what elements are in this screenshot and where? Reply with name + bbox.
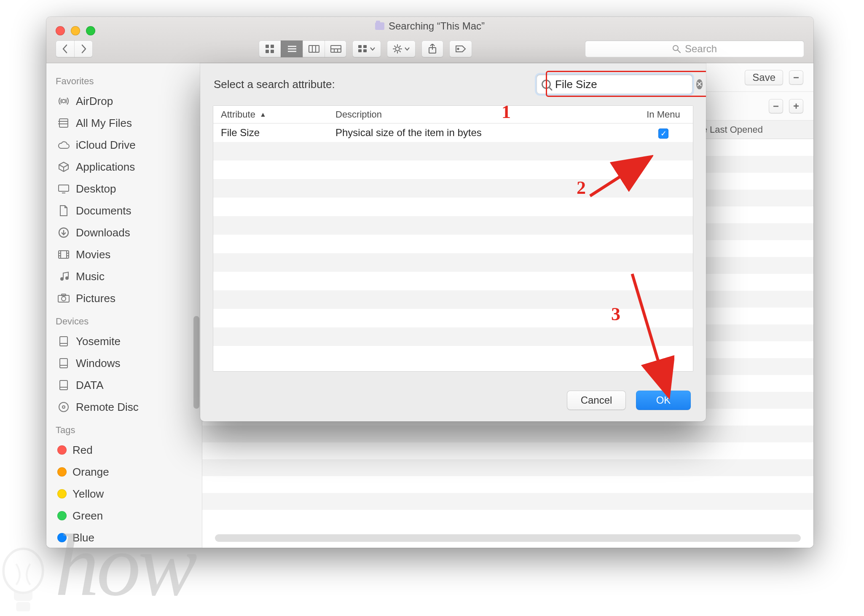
table-row [213, 142, 693, 161]
table-row[interactable]: File Size Physical size of the item in b… [213, 123, 693, 142]
close-icon[interactable] [56, 26, 65, 35]
sidebar: Favorites AirDrop All My Files iCloud Dr… [46, 63, 202, 548]
table-row [213, 309, 693, 327]
tags-button[interactable] [449, 40, 472, 57]
svg-line-30 [678, 50, 680, 53]
svg-rect-39 [59, 251, 69, 258]
sidebar-item-applications[interactable]: Applications [55, 156, 196, 178]
view-columns-button[interactable] [303, 40, 325, 57]
view-coverflow-button[interactable] [325, 40, 346, 57]
sidebar-item-desktop[interactable]: Desktop [55, 178, 196, 200]
sidebar-item-label: Red [72, 444, 93, 457]
svg-line-24 [400, 51, 400, 52]
sidebar-item-airdrop[interactable]: AirDrop [55, 90, 196, 112]
svg-rect-17 [363, 49, 367, 52]
sidebar-tag-orange[interactable]: Orange [55, 461, 196, 483]
col-date-last-opened[interactable]: e Last Opened [702, 124, 763, 135]
zoom-icon[interactable] [86, 26, 95, 35]
svg-rect-2 [266, 50, 269, 53]
sort-asc-icon: ▲ [260, 111, 266, 118]
toolbar-search-placeholder: Search [685, 43, 717, 55]
sidebar-item-label: Pictures [76, 292, 115, 305]
col-description[interactable]: Description [331, 109, 634, 120]
save-button[interactable]: Save [745, 70, 783, 85]
drive-icon [57, 335, 70, 348]
horizontal-scrollbar[interactable] [215, 534, 801, 542]
attribute-table: Attribute ▲ Description In Menu File Siz… [213, 105, 693, 372]
forward-button[interactable] [74, 40, 93, 57]
sidebar-item-label: Documents [76, 204, 131, 217]
sidebar-item-downloads[interactable]: Downloads [55, 222, 196, 244]
view-icons-button[interactable] [259, 40, 281, 57]
sidebar-item-music[interactable]: Music [55, 265, 196, 287]
folder-icon [375, 22, 384, 30]
table-row [213, 346, 693, 364]
svg-rect-1 [271, 45, 274, 48]
table-row [213, 216, 693, 235]
cancel-button[interactable]: Cancel [567, 391, 626, 410]
sidebar-item-yosemite[interactable]: Yosemite [55, 330, 196, 352]
sheet-header: Select a search attribute: ✕ [200, 63, 706, 105]
svg-point-55 [59, 402, 68, 412]
sheet-search[interactable]: ✕ [537, 75, 692, 94]
svg-rect-14 [358, 45, 362, 48]
sidebar-item-label: DATA [76, 379, 103, 392]
svg-point-47 [62, 297, 66, 301]
ok-button[interactable]: OK [636, 391, 691, 410]
save-label: Save [752, 72, 775, 83]
sidebar-tag-yellow[interactable]: Yellow [55, 483, 196, 505]
add-rule-button[interactable]: + [789, 99, 803, 113]
svg-rect-16 [358, 49, 362, 52]
checkbox-checked-icon[interactable]: ✓ [658, 129, 668, 139]
share-button[interactable] [421, 40, 443, 57]
applications-icon [57, 161, 70, 173]
downloads-icon [57, 226, 70, 239]
sidebar-tag-blue[interactable]: Blue [55, 527, 196, 548]
action-button[interactable] [387, 40, 416, 57]
sidebar-item-pictures[interactable]: Pictures [55, 287, 196, 309]
minimize-icon[interactable] [71, 26, 80, 35]
remove-rule-button[interactable]: − [769, 99, 783, 113]
sidebar-item-remotedisc[interactable]: Remote Disc [55, 396, 196, 418]
svg-rect-0 [266, 45, 269, 48]
sidebar-item-label: Yosemite [76, 335, 121, 348]
sidebar-scrollbar[interactable] [193, 316, 199, 409]
sidebar-item-label: Music [76, 270, 105, 283]
back-button[interactable] [56, 40, 74, 57]
sidebar-item-movies[interactable]: Movies [55, 244, 196, 265]
cell-attribute: File Size [213, 127, 331, 139]
sidebar-item-documents[interactable]: Documents [55, 200, 196, 222]
disc-icon [57, 401, 70, 413]
drive-icon [57, 379, 70, 391]
sidebar-item-windows[interactable]: Windows [55, 352, 196, 374]
sidebar-item-data[interactable]: DATA [55, 374, 196, 396]
sheet-search-input[interactable] [555, 78, 692, 91]
svg-point-28 [457, 48, 459, 49]
svg-rect-36 [59, 185, 69, 191]
sidebar-item-label: AirDrop [76, 95, 113, 108]
table-row [213, 253, 693, 272]
svg-line-25 [394, 51, 395, 52]
remove-rule-button[interactable]: − [789, 70, 803, 85]
svg-line-23 [394, 46, 395, 47]
attribute-sheet: Select a search attribute: ✕ Attribute ▲… [200, 63, 706, 421]
drive-icon [57, 357, 70, 370]
sheet-footer: Cancel OK [200, 379, 706, 421]
arrange-button[interactable] [352, 40, 381, 57]
tag-dot-icon [57, 511, 67, 520]
tag-dot-icon [57, 445, 67, 455]
sidebar-item-icloud[interactable]: iCloud Drive [55, 134, 196, 156]
sidebar-item-label: Orange [72, 466, 109, 479]
col-inmenu[interactable]: In Menu [634, 109, 693, 120]
sidebar-tag-green[interactable]: Green [55, 505, 196, 527]
col-attribute[interactable]: Attribute ▲ [213, 109, 331, 120]
lightbulb-icon [0, 546, 46, 616]
clear-icon[interactable]: ✕ [696, 79, 703, 89]
sidebar-item-allmyfiles[interactable]: All My Files [55, 112, 196, 134]
view-list-button[interactable] [281, 40, 303, 57]
sidebar-item-label: Desktop [76, 182, 116, 196]
sidebar-tag-red[interactable]: Red [55, 439, 196, 461]
toolbar-search[interactable]: Search [585, 40, 804, 57]
table-row [213, 290, 693, 309]
sidebar-item-label: Blue [72, 531, 94, 544]
